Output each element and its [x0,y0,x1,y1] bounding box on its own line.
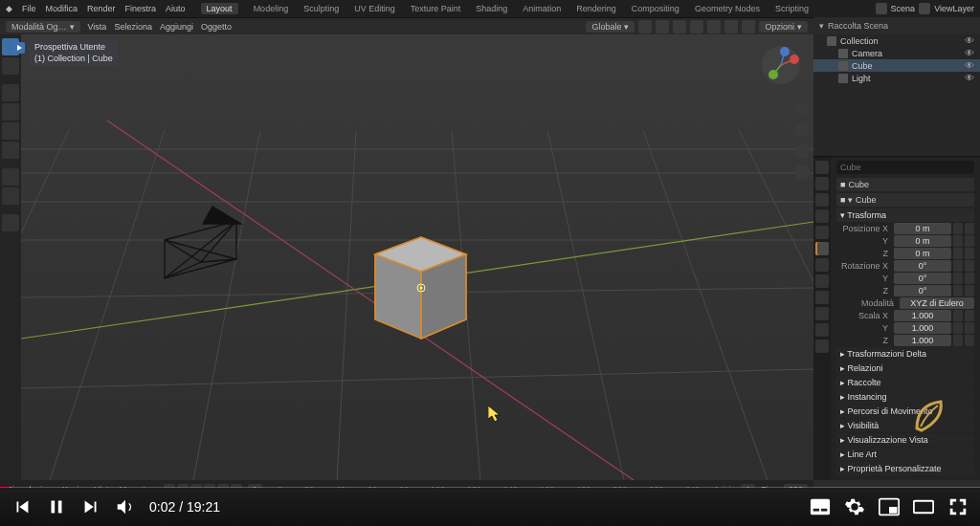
tool-addcube-icon[interactable] [2,214,19,231]
next-button[interactable] [80,496,101,517]
persp-icon[interactable] [794,164,810,180]
menu-file[interactable]: File [22,4,36,13]
menu-help[interactable]: Aiuto [166,4,186,13]
shading-wire-icon[interactable] [690,20,703,33]
play-icon[interactable] [13,42,25,54]
field-posx[interactable]: 0 m [894,223,951,234]
menu-edit[interactable]: Modifica [46,4,78,13]
tab-layout[interactable]: Layout [201,3,238,14]
tab-texturepaint[interactable]: Texture Paint [411,4,461,13]
section-viewdisplay[interactable]: ▸ Visualizzazione Vista [836,433,974,447]
tool-move-icon[interactable] [2,84,19,101]
field-scalex[interactable]: 1.000 [894,310,951,321]
zoom-icon[interactable] [794,101,810,117]
menu-window[interactable]: Finestra [125,4,157,13]
viewport-3d[interactable] [21,34,813,480]
tab-uvediting[interactable]: UV Editing [354,4,395,13]
section-delta[interactable]: ▸ Trasformazioni Delta [836,347,974,361]
field-roty[interactable]: 0° [894,273,951,284]
tab-sculpting[interactable]: Sculpting [303,4,339,13]
menu-render[interactable]: Render [87,4,116,13]
tab-scripting[interactable]: Scripting [775,4,809,13]
ptab-object-icon[interactable] [815,242,829,255]
section-visibility[interactable]: ▸ Visibilità [836,419,974,432]
tab-rendering[interactable]: Rendering [576,4,616,13]
ptab-render-icon[interactable] [815,161,829,174]
ptab-modifier-icon[interactable] [815,258,829,272]
ptab-output-icon[interactable] [815,177,829,190]
field-rotz[interactable]: 0° [894,285,951,296]
tab-geonodes[interactable]: Geometry Nodes [695,4,760,13]
pan-icon[interactable] [794,122,810,138]
pause-button[interactable] [46,496,67,517]
tab-shading[interactable]: Shading [476,4,507,13]
vh-add[interactable]: Aggiungi [160,22,193,32]
eye-icon[interactable]: 👁 [965,73,974,83]
anim-icon[interactable] [965,223,974,234]
scene-name[interactable]: Scena [891,4,916,13]
tool-rotate-icon[interactable] [2,103,19,121]
ptab-physics-icon[interactable] [815,291,829,304]
tab-modeling[interactable]: Modeling [254,4,289,13]
volume-button[interactable] [115,496,136,517]
orientation[interactable]: Globale▾ [586,21,635,33]
section-custom[interactable]: ▸ Proprietà Personalizzate [836,462,974,475]
captions-button[interactable] [810,496,831,517]
eye-icon[interactable]: 👁 [965,48,974,58]
camera-view-icon[interactable] [794,143,810,159]
tool-scale-icon[interactable] [2,122,19,140]
tool-measure-icon[interactable] [2,187,19,205]
vh-view[interactable]: Vista [88,22,107,32]
tool-transform-icon[interactable] [2,142,19,159]
shading-rendered-icon[interactable] [742,20,755,33]
section-lineart[interactable]: ▸ Line Art [836,448,974,461]
settings-button[interactable] [844,496,865,517]
section-relations[interactable]: ▸ Relazioni [836,362,974,375]
vh-select[interactable]: Seleziona [114,22,152,32]
tab-animation[interactable]: Animation [523,4,561,13]
snap-icon[interactable] [638,20,652,33]
overlay-icon[interactable] [656,20,669,33]
outliner-row-collection[interactable]: Collection👁 [813,34,980,47]
ptab-world-icon[interactable] [815,226,829,239]
field-rotmode[interactable]: XYZ di Eulero [900,297,974,309]
fullscreen-button[interactable] [947,496,969,517]
field-posz[interactable]: 0 m [894,248,951,259]
field-posy[interactable]: 0 m [894,235,951,247]
miniplayer-button[interactable] [879,496,900,517]
field-rotx[interactable]: 0° [894,260,951,272]
lock-icon[interactable] [953,223,963,234]
outliner-row-light[interactable]: Light👁 [813,72,980,84]
section-motionpath[interactable]: ▸ Percorsi di Movimento [836,405,974,418]
shading-material-icon[interactable] [724,20,738,33]
ptab-viewlayer-icon[interactable] [815,193,829,207]
mode-selector[interactable]: Modalità Og…▾ [6,21,80,33]
tab-compositing[interactable]: Compositing [632,4,679,13]
tool-cursor-icon[interactable] [2,57,19,75]
section-transform[interactable]: ▾ Trasforma [836,208,974,222]
nav-gizmo[interactable] [760,44,802,86]
ptab-scene-icon[interactable] [815,209,829,223]
section-instancing[interactable]: ▸ Instancing [836,390,974,404]
shading-solid-icon[interactable] [707,20,721,33]
ptab-data-icon[interactable] [815,323,829,337]
outliner-row-cube[interactable]: Cube👁 [813,59,980,72]
field-scaley[interactable]: 1.000 [894,322,951,334]
ptab-particles-icon[interactable] [815,274,829,288]
field-scalez[interactable]: 1.000 [894,335,951,346]
outliner-row-camera[interactable]: Camera👁 [813,47,980,59]
properties-search[interactable] [836,161,974,174]
vh-object[interactable]: Oggetto [201,22,232,32]
tool-annotate-icon[interactable] [2,168,19,186]
section-collections[interactable]: ▸ Raccolte [836,376,974,389]
outliner-arrow-icon[interactable]: ▾ [819,21,824,31]
ptab-material-icon[interactable] [815,340,829,353]
options-dropdown[interactable]: Opzioni▾ [759,21,808,33]
eye-icon[interactable]: 👁 [965,35,974,46]
eye-icon[interactable]: 👁 [965,60,974,71]
theater-button[interactable] [913,496,934,517]
ptab-constraints-icon[interactable] [815,307,829,320]
prev-button[interactable] [11,496,33,517]
xray-icon[interactable] [673,20,686,33]
viewlayer-name[interactable]: ViewLayer [934,4,974,13]
